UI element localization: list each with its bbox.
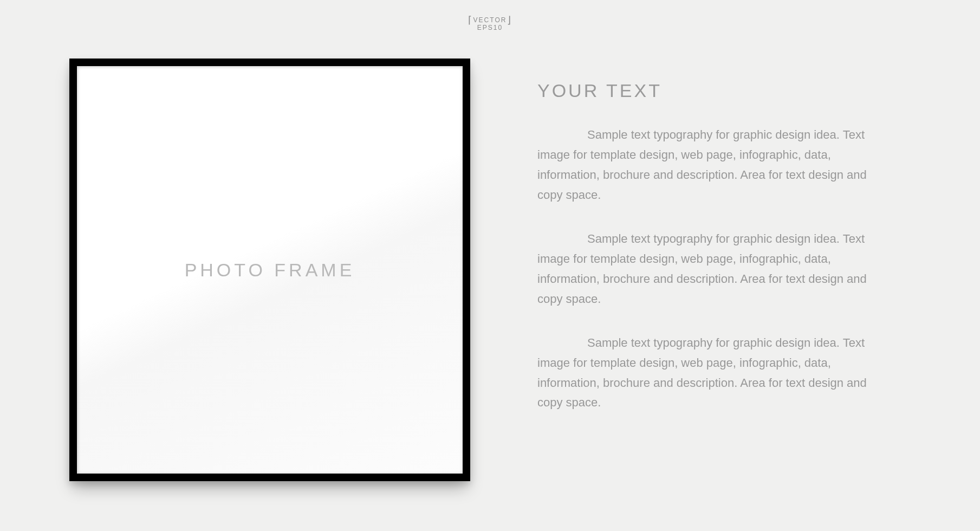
text-block: YOUR TEXT Sample text typography for gra… <box>537 80 884 437</box>
paragraph-2: Sample text typography for graphic desig… <box>537 229 884 309</box>
photo-frame-container: PHOTO FRAME <box>69 59 470 481</box>
photo-frame-canvas: PHOTO FRAME <box>77 66 463 474</box>
paragraph-1: Sample text typography for graphic desig… <box>537 125 884 205</box>
paragraph-2-text: Sample text typography for graphic desig… <box>537 232 867 306</box>
text-heading: YOUR TEXT <box>537 80 884 101</box>
photo-frame-border: PHOTO FRAME <box>69 59 470 481</box>
paragraph-3: Sample text typography for graphic desig… <box>537 333 884 413</box>
photo-frame-label: PHOTO FRAME <box>185 260 355 281</box>
paragraph-3-text: Sample text typography for graphic desig… <box>537 336 867 410</box>
main-content: PHOTO FRAME YOUR TEXT Sample text typogr… <box>0 0 980 531</box>
paragraph-1-text: Sample text typography for graphic desig… <box>537 128 867 202</box>
